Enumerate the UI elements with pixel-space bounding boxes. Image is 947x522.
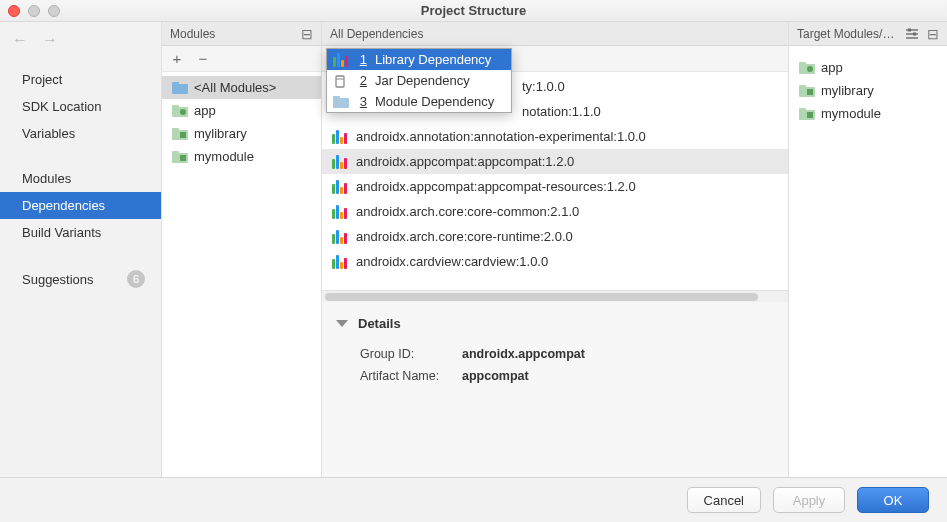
- nav-variables[interactable]: Variables: [0, 120, 161, 147]
- folder-icon: [172, 127, 188, 140]
- menu-label: Jar Dependency: [375, 73, 470, 88]
- dep-row[interactable]: androidx.arch.core:core-common:2.1.0: [322, 199, 788, 224]
- nav-section-1: Project SDK Location Variables: [0, 56, 161, 147]
- dep-text: androidx.cardview:cardview:1.0.0: [356, 254, 548, 269]
- cancel-button[interactable]: Cancel: [687, 487, 761, 513]
- module-label: app: [194, 103, 216, 118]
- collapse-modules-icon[interactable]: ⊟: [301, 26, 313, 42]
- dep-text: androidx.arch.core:core-runtime:2.0.0: [356, 229, 573, 244]
- apply-button[interactable]: Apply: [773, 487, 845, 513]
- back-arrow-icon[interactable]: ←: [12, 32, 28, 48]
- svg-point-28: [807, 66, 813, 72]
- ok-button[interactable]: OK: [857, 487, 929, 513]
- dep-text: androidx.arch.core:core-common:2.1.0: [356, 204, 579, 219]
- target-module-mylibrary[interactable]: mylibrary: [789, 79, 947, 102]
- dep-text: androidx.annotation:annotation-experimen…: [356, 129, 646, 144]
- details-title: Details: [358, 316, 401, 331]
- nav-dependencies[interactable]: Dependencies: [0, 192, 161, 219]
- menu-library-dependency[interactable]: 1 Library Dependency: [327, 49, 511, 70]
- svg-point-4: [180, 109, 186, 115]
- remove-module-icon[interactable]: [196, 52, 210, 66]
- target-module-label: mymodule: [821, 106, 881, 121]
- svg-rect-33: [799, 108, 806, 112]
- nav-project[interactable]: Project: [0, 66, 161, 93]
- dependencies-column: All Dependencies 1 Library Dependency: [322, 22, 789, 477]
- modules-toolbar: [162, 46, 321, 72]
- module-all[interactable]: <All Modules>: [162, 76, 321, 99]
- dep-text: androidx.appcompat:appcompat:1.2.0: [356, 154, 574, 169]
- target-modules-list: app mylibrary mymodule: [789, 46, 947, 477]
- dep-row[interactable]: androidx.arch.core:core-runtime:2.0.0: [322, 224, 788, 249]
- library-icon: [333, 53, 349, 67]
- jar-icon: [333, 74, 349, 88]
- add-module-icon[interactable]: [170, 52, 184, 66]
- dep-row[interactable]: androidx.appcompat:appcompat:1.2.0: [322, 149, 788, 174]
- nav-build-variants[interactable]: Build Variants: [0, 219, 161, 246]
- menu-jar-dependency[interactable]: 2 Jar Dependency: [327, 70, 511, 91]
- collapse-triangle-icon[interactable]: [336, 320, 348, 327]
- svg-rect-25: [913, 32, 916, 35]
- target-module-mymodule[interactable]: mymodule: [789, 102, 947, 125]
- filter-icon[interactable]: [905, 27, 919, 41]
- modules-column: Modules ⊟ <All Modules> app: [162, 22, 322, 477]
- module-mymodule[interactable]: mymodule: [162, 145, 321, 168]
- folder-icon: [172, 81, 188, 94]
- dep-row[interactable]: androidx.cardview:cardview:1.0.0: [322, 249, 788, 274]
- svg-rect-34: [807, 112, 813, 118]
- svg-rect-6: [172, 128, 179, 132]
- left-nav: ← → Project SDK Location Variables Modul…: [0, 22, 162, 477]
- dialog-footer: Cancel Apply OK: [0, 477, 947, 522]
- svg-rect-30: [799, 85, 806, 89]
- module-app[interactable]: app: [162, 99, 321, 122]
- menu-index: 3: [357, 94, 367, 109]
- deps-header: All Dependencies: [322, 22, 788, 46]
- collapse-target-icon[interactable]: ⊟: [927, 26, 939, 42]
- svg-rect-7: [180, 132, 186, 138]
- target-module-app[interactable]: app: [789, 56, 947, 79]
- module-label: mylibrary: [194, 126, 247, 141]
- svg-rect-27: [799, 62, 806, 66]
- folder-icon: [799, 107, 815, 120]
- artifact-name-value: appcompat: [462, 369, 529, 383]
- library-icon: [332, 205, 348, 219]
- menu-index: 2: [357, 73, 367, 88]
- scrollbar-thumb[interactable]: [325, 293, 758, 301]
- dep-text: ty:1.0.0: [522, 79, 565, 94]
- folder-icon: [799, 61, 815, 74]
- nav-section-3: Suggestions 6: [0, 264, 161, 294]
- window-title: Project Structure: [0, 3, 947, 18]
- add-dependency-menu: 1 Library Dependency 2 Jar Dependency 3 …: [326, 48, 512, 113]
- dep-text: notation:1.1.0: [522, 104, 601, 119]
- module-mylibrary[interactable]: mylibrary: [162, 122, 321, 145]
- dep-row[interactable]: androidx.appcompat:appcompat-resources:1…: [322, 174, 788, 199]
- svg-rect-24: [908, 28, 911, 31]
- library-icon: [332, 180, 348, 194]
- svg-rect-9: [172, 151, 179, 155]
- menu-label: Module Dependency: [375, 94, 494, 109]
- svg-rect-17: [336, 76, 344, 87]
- nav-suggestions[interactable]: Suggestions 6: [0, 264, 161, 294]
- dep-row[interactable]: androidx.annotation:annotation-experimen…: [322, 124, 788, 149]
- library-icon: [332, 155, 348, 169]
- library-icon: [332, 255, 348, 269]
- svg-rect-3: [172, 105, 179, 109]
- deps-header-label: All Dependencies: [330, 27, 423, 41]
- folder-icon: [172, 150, 188, 163]
- suggestions-count-badge: 6: [127, 270, 145, 288]
- module-label: <All Modules>: [194, 80, 276, 95]
- folder-icon: [172, 104, 188, 117]
- nav-section-2: Modules Dependencies Build Variants: [0, 165, 161, 246]
- modules-list: <All Modules> app mylibrary mymodule: [162, 72, 321, 477]
- target-modules-header-label: Target Modules/…: [797, 27, 894, 41]
- group-id-label: Group ID:: [360, 347, 450, 361]
- target-modules-column: Target Modules/… ⊟ app mylibrary: [789, 22, 947, 477]
- target-modules-header: Target Modules/… ⊟: [789, 22, 947, 46]
- menu-module-dependency[interactable]: 3 Module Dependency: [327, 91, 511, 112]
- nav-history: ← →: [0, 22, 161, 56]
- window-titlebar: Project Structure: [0, 0, 947, 22]
- folder-icon: [333, 95, 349, 108]
- deps-scrollbar[interactable]: [322, 290, 788, 302]
- nav-sdk-location[interactable]: SDK Location: [0, 93, 161, 120]
- forward-arrow-icon[interactable]: →: [42, 32, 58, 48]
- nav-modules[interactable]: Modules: [0, 165, 161, 192]
